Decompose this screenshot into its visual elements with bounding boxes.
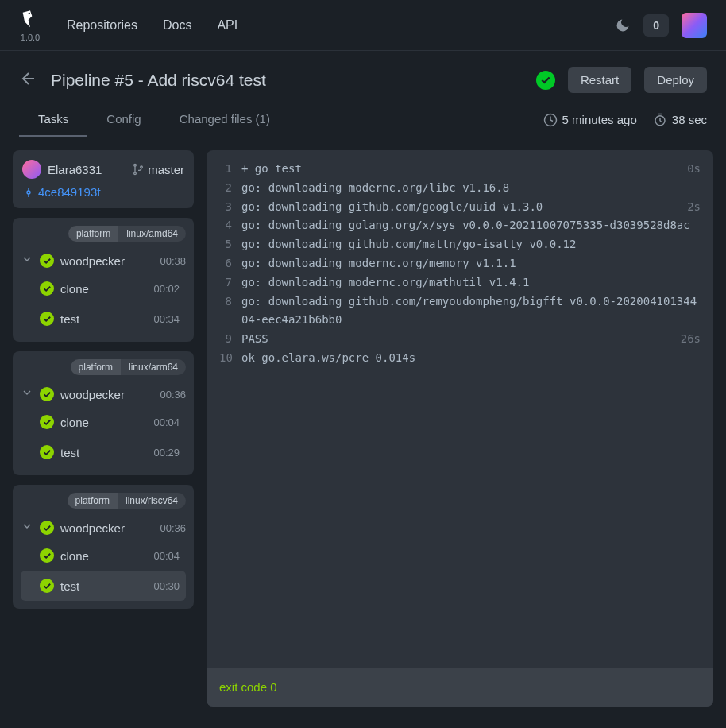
task-label: test	[60, 312, 147, 326]
tab-config[interactable]: Config	[87, 103, 160, 137]
notification-badge[interactable]: 0	[643, 14, 669, 37]
task-label: test	[60, 579, 147, 593]
main-content: Elara6331 master 4ce849193f platform lin…	[0, 137, 726, 719]
log-output[interactable]: 1 + go test 0s2 go: downloading modernc.…	[207, 150, 713, 668]
line-content: go: downloading github.com/mattn/go-isat…	[241, 235, 701, 254]
task-clone[interactable]: clone 00:04	[21, 540, 186, 571]
group-time: 00:36	[160, 389, 186, 401]
line-number: 10	[219, 349, 241, 368]
time-ago: 5 minutes ago	[543, 113, 637, 127]
platform-label: platform	[68, 226, 118, 242]
group-name: woodpecker	[60, 521, 153, 535]
line-number: 8	[219, 292, 241, 331]
tabs-row: Tasks Config Changed files (1) 5 minutes…	[0, 103, 726, 137]
check-icon	[40, 445, 54, 459]
line-content: PASS	[241, 330, 671, 349]
chevron-down-icon[interactable]	[21, 520, 33, 536]
log-line: 8 go: downloading github.com/remyoudomph…	[219, 292, 701, 331]
platform-tag: platform linux/amd64	[21, 226, 186, 242]
svg-point-4	[134, 172, 137, 175]
task-clone[interactable]: clone 00:04	[21, 407, 186, 437]
task-group-header[interactable]: woodpecker 00:38	[21, 248, 186, 273]
line-content: go: downloading modernc.org/mathutil v1.…	[241, 273, 701, 292]
task-group-header[interactable]: woodpecker 00:36	[21, 381, 186, 407]
line-number: 3	[219, 198, 241, 217]
line-content: go: downloading github.com/remyoudomphen…	[241, 292, 701, 331]
platform-group: platform linux/amd64 woodpecker 00:38 cl…	[13, 218, 194, 342]
logo[interactable]: 1.0.0	[19, 9, 41, 42]
branch-name: master	[148, 163, 184, 176]
group-name: woodpecker	[60, 388, 153, 401]
nav-api[interactable]: API	[217, 18, 237, 33]
deploy-button[interactable]: Deploy	[644, 67, 707, 93]
line-number: 2	[219, 179, 241, 198]
task-time: 00:29	[153, 447, 180, 459]
task-label: clone	[60, 416, 147, 429]
nav-repositories[interactable]: Repositories	[67, 18, 137, 33]
time-ago-text: 5 minutes ago	[562, 113, 637, 126]
platform-value: linux/riscv64	[118, 493, 186, 509]
commit-link[interactable]: 4ce849193f	[22, 185, 184, 199]
log-panel: 1 + go test 0s2 go: downloading modernc.…	[207, 150, 713, 707]
svg-point-0	[29, 12, 30, 14]
line-number: 1	[219, 160, 241, 179]
task-time: 00:34	[153, 313, 180, 325]
task-time: 00:04	[153, 416, 180, 428]
author-avatar	[22, 160, 41, 179]
task-clone[interactable]: clone 00:02	[21, 273, 186, 304]
task-label: clone	[60, 282, 147, 296]
group-time: 00:38	[160, 255, 186, 267]
task-label: test	[60, 446, 147, 459]
task-test[interactable]: test 00:34	[21, 304, 186, 334]
user-avatar[interactable]	[682, 13, 707, 38]
platform-tag: platform linux/riscv64	[21, 493, 186, 509]
tab-changed-files[interactable]: Changed files (1)	[160, 103, 289, 137]
platform-group: platform linux/arm64 woodpecker 00:36 cl…	[13, 351, 194, 475]
check-icon	[40, 548, 54, 563]
check-icon	[40, 415, 54, 429]
log-line: 2 go: downloading modernc.org/libc v1.16…	[219, 179, 701, 198]
top-nav: 1.0.0 Repositories Docs API 0	[0, 0, 726, 51]
log-line: 9 PASS 26s	[219, 330, 701, 349]
nav-right: 0	[615, 13, 707, 38]
pipeline-header: Pipeline #5 - Add riscv64 test Restart D…	[0, 51, 726, 103]
check-icon	[40, 387, 54, 401]
exit-code: exit code 0	[207, 668, 713, 707]
line-time: 0s	[678, 160, 701, 179]
platform-label: platform	[68, 493, 118, 509]
git-branch-icon	[132, 163, 145, 176]
log-line: 6 go: downloading modernc.org/memory v1.…	[219, 254, 701, 273]
moon-icon[interactable]	[615, 17, 631, 33]
duration-text: 38 sec	[672, 113, 707, 126]
line-number: 4	[219, 216, 241, 235]
platform-value: linux/arm64	[121, 359, 186, 375]
chevron-down-icon[interactable]	[21, 253, 33, 269]
line-content: ok go.elara.ws/pcre 0.014s	[241, 349, 701, 368]
stopwatch-icon	[653, 113, 667, 127]
platform-label: platform	[71, 359, 121, 375]
task-group-header[interactable]: woodpecker 00:36	[21, 515, 186, 540]
log-line: 10 ok go.elara.ws/pcre 0.014s	[219, 349, 701, 368]
restart-button[interactable]: Restart	[568, 67, 631, 93]
log-line: 7 go: downloading modernc.org/mathutil v…	[219, 273, 701, 292]
nav-docs[interactable]: Docs	[163, 18, 191, 33]
task-time: 00:04	[153, 550, 180, 562]
version-label: 1.0.0	[21, 33, 40, 42]
line-number: 6	[219, 254, 241, 273]
platform-group: platform linux/riscv64 woodpecker 00:36 …	[13, 485, 194, 609]
svg-point-6	[27, 191, 30, 194]
group-name: woodpecker	[60, 254, 153, 268]
task-test[interactable]: test 00:30	[21, 571, 186, 601]
line-content: go: downloading github.com/google/uuid v…	[241, 198, 678, 217]
task-test[interactable]: test 00:29	[21, 437, 186, 467]
log-line: 1 + go test 0s	[219, 160, 701, 179]
commit-hash: 4ce849193f	[38, 185, 100, 199]
duration: 38 sec	[653, 113, 707, 127]
repo-info: Elara6331 master 4ce849193f	[13, 150, 194, 208]
tab-tasks[interactable]: Tasks	[19, 103, 87, 137]
back-arrow-icon[interactable]	[19, 69, 38, 91]
log-line: 5 go: downloading github.com/mattn/go-is…	[219, 235, 701, 254]
chevron-down-icon[interactable]	[21, 386, 33, 402]
platform-tag: platform linux/arm64	[21, 359, 186, 375]
check-icon	[40, 281, 54, 296]
